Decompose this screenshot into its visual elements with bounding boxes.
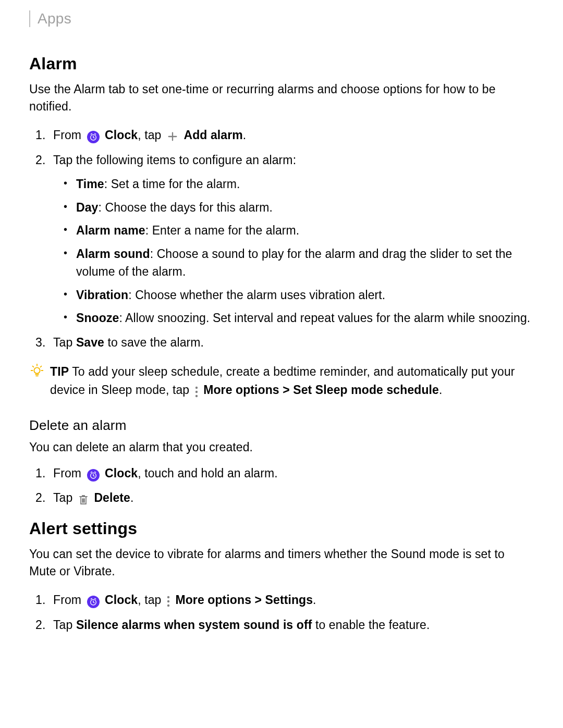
delete-step-2: Tap Delete.: [53, 489, 534, 508]
svg-point-1: [34, 368, 40, 374]
alarm-step-2: Tap the following items to configure an …: [53, 151, 534, 327]
more-options-icon: [167, 591, 170, 610]
tip-block: TIP To add your sleep schedule, create a…: [29, 363, 534, 400]
alert-step-1: From Clock, tap More options > Settings.: [53, 591, 534, 610]
alarm-sub-list: Time: Set a time for the alarm. Day: Cho…: [53, 175, 534, 327]
alert-step-2: Tap Silence alarms when system sound is …: [53, 616, 534, 634]
svg-point-4: [195, 394, 197, 397]
more-options-icon: [195, 382, 198, 400]
clock-icon: [87, 469, 100, 482]
lightbulb-icon: [29, 363, 45, 380]
alarm-intro: Use the Alarm tab to set one-time or rec…: [29, 81, 534, 116]
alarm-steps: From Clock, tap Add alarm. Tap the follo…: [29, 126, 534, 352]
alarm-step-1: From Clock, tap Add alarm.: [53, 126, 534, 145]
svg-point-2: [195, 386, 197, 388]
svg-point-7: [167, 596, 169, 598]
delete-heading: Delete an alarm: [29, 417, 534, 434]
list-item: Day: Choose the days for this alarm.: [76, 199, 534, 217]
list-item: Snooze: Allow snoozing. Set interval and…: [76, 309, 534, 327]
alert-intro: You can set the device to vibrate for al…: [29, 546, 534, 581]
tip-text: TIP To add your sleep schedule, create a…: [50, 363, 534, 400]
alert-steps: From Clock, tap More options > Settings.…: [29, 591, 534, 634]
plus-icon: [167, 127, 178, 145]
list-item: Alarm sound: Choose a sound to play for …: [76, 245, 534, 281]
svg-point-9: [167, 604, 169, 607]
clock-icon: [87, 131, 100, 143]
list-item: Alarm name: Enter a name for the alarm.: [76, 221, 534, 240]
clock-icon: [87, 596, 100, 608]
list-item: Time: Set a time for the alarm.: [76, 175, 534, 193]
delete-steps: From Clock, touch and hold an alarm. Tap…: [29, 464, 534, 508]
list-item: Vibration: Choose whether the alarm uses…: [76, 286, 534, 304]
alarm-heading: Alarm: [29, 54, 534, 73]
svg-point-3: [195, 390, 197, 392]
alarm-step-3: Tap Save to save the alarm.: [53, 334, 534, 352]
delete-intro: You can delete an alarm that you created…: [29, 439, 534, 456]
breadcrumb: Apps: [29, 10, 534, 27]
delete-step-1: From Clock, touch and hold an alarm.: [53, 464, 534, 483]
svg-point-8: [167, 600, 169, 602]
trash-icon: [78, 490, 89, 508]
alert-heading: Alert settings: [29, 519, 534, 538]
